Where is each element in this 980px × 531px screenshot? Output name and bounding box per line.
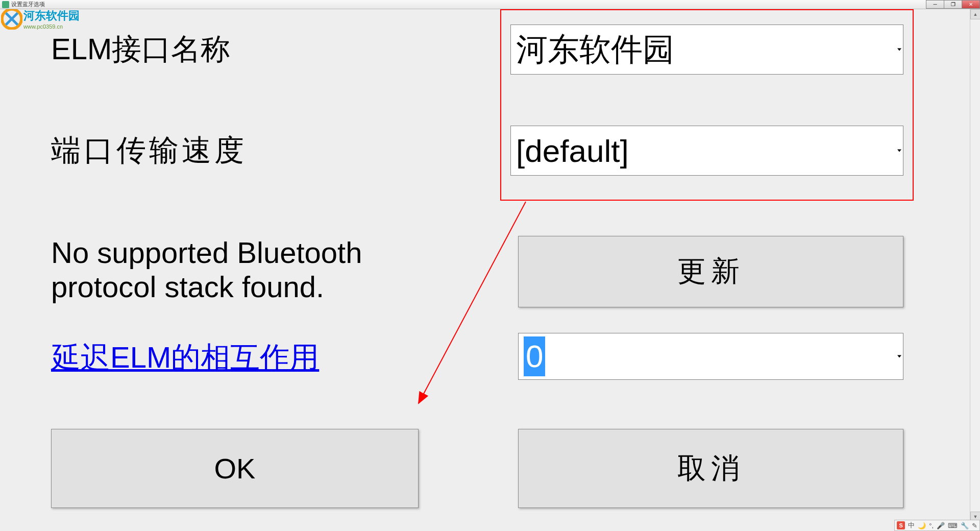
ime-toolbar: S 中 🌙 °, 🎤 ⌨ 🔧 ✎: [894, 520, 980, 531]
pen-icon[interactable]: ✎: [972, 522, 977, 529]
chevron-down-icon: [897, 49, 901, 51]
ime-logo-icon[interactable]: S: [897, 521, 905, 529]
window-controls: ─ ❐ ✕: [926, 0, 980, 9]
elm-interface-label: ELM接口名称: [51, 30, 230, 69]
title-bar: 设置蓝牙选项 ─ ❐ ✕: [0, 0, 980, 9]
app-icon: [2, 1, 9, 8]
chevron-down-icon: [897, 355, 901, 358]
baud-rate-dropdown[interactable]: [default]: [510, 126, 903, 176]
chevron-down-icon: [897, 150, 901, 152]
watermark-logo-icon: [1, 8, 22, 30]
minimize-button[interactable]: ─: [926, 0, 944, 9]
ime-language[interactable]: 中: [908, 521, 915, 530]
ok-button[interactable]: OK: [51, 429, 419, 508]
watermark: 河东软件园 www.pc0359.cn: [1, 8, 80, 30]
vertical-scrollbar[interactable]: ▲ ▼: [970, 9, 980, 522]
scroll-up-icon[interactable]: ▲: [970, 9, 980, 19]
mic-icon[interactable]: 🎤: [937, 522, 945, 529]
close-button[interactable]: ✕: [962, 0, 980, 9]
cancel-button[interactable]: 取消: [518, 429, 903, 508]
delay-dropdown[interactable]: 0: [518, 333, 903, 380]
svg-rect-0: [2, 1, 9, 8]
watermark-url: www.pc0359.cn: [23, 23, 80, 30]
bluetooth-status-text: No supported Bluetoothprotocol stack fou…: [51, 236, 362, 304]
maximize-button[interactable]: ❐: [944, 0, 962, 9]
keyboard-icon[interactable]: ⌨: [948, 522, 958, 529]
baud-dropdown-value: [default]: [516, 133, 629, 169]
punctuation-icon[interactable]: °,: [929, 522, 934, 529]
elm-interface-dropdown[interactable]: 河东软件园: [510, 25, 903, 75]
elm-dropdown-value: 河东软件园: [516, 28, 674, 71]
dialog-content: ELM接口名称 端口传输速度 No supported Bluetoothpro…: [0, 10, 969, 531]
window-title: 设置蓝牙选项: [11, 1, 45, 8]
delay-dropdown-value: 0: [524, 336, 545, 376]
watermark-title: 河东软件园: [23, 8, 80, 23]
port-speed-label: 端口传输速度: [51, 131, 247, 171]
wrench-icon[interactable]: 🔧: [961, 522, 969, 529]
delay-elm-link[interactable]: 延迟ELM的相互作用: [51, 338, 319, 378]
update-button[interactable]: 更新: [518, 236, 903, 307]
moon-icon[interactable]: 🌙: [918, 522, 926, 529]
